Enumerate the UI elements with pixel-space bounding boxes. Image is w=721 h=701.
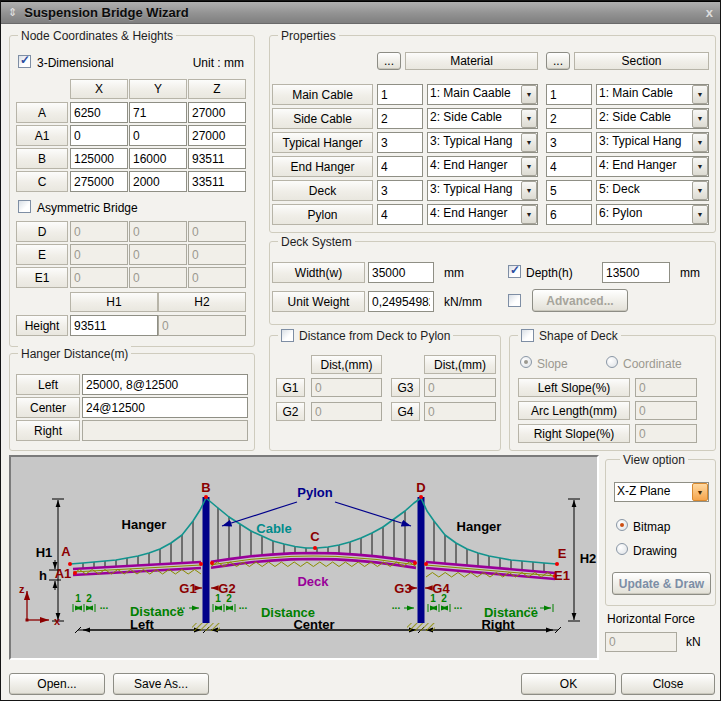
unit-weight-field[interactable] (368, 291, 434, 312)
sec-combo-side-cable[interactable]: 2: Side Cable▼ (596, 108, 709, 129)
mat-no-deck[interactable] (377, 180, 423, 201)
chevron-down-icon[interactable]: ▼ (692, 85, 708, 104)
coord-b-x[interactable] (70, 148, 128, 169)
width-unit: mm (444, 266, 464, 280)
left-slope-label: Left Slope(%) (518, 378, 630, 397)
section-browse-button[interactable]: ... (546, 52, 570, 70)
material-header: Material (405, 52, 538, 70)
g1-label: G1 (276, 378, 305, 397)
mat-no-pylon[interactable] (377, 204, 423, 225)
drawing-label: Drawing (633, 544, 677, 558)
close-button[interactable]: Close (621, 673, 715, 695)
open-button[interactable]: Open... (9, 673, 105, 695)
hanger-center-field[interactable] (82, 397, 248, 418)
properties-title: Properties (278, 28, 339, 43)
update-draw-button[interactable]: Update & Draw (612, 572, 711, 595)
mat-no-main-cable[interactable] (377, 84, 423, 105)
sec-no-side-cable[interactable] (546, 108, 592, 129)
row-label-c: C (16, 171, 68, 192)
sec-no-end-hanger[interactable] (546, 156, 592, 177)
mat-combo-end-hanger[interactable]: 4: End Hanger▼ (427, 156, 538, 177)
height-h1-field[interactable] (70, 315, 158, 336)
seq-1: 1 (430, 593, 436, 604)
coord-c-z[interactable] (188, 171, 246, 192)
row-label-a: A (16, 102, 68, 123)
sec-no-typical-hanger[interactable] (546, 132, 592, 153)
save-as-button[interactable]: Save As... (113, 673, 209, 695)
diagram-label-g3: G3 (394, 581, 411, 596)
chevron-down-icon[interactable]: ▼ (692, 109, 708, 128)
bitmap-radio[interactable] (616, 519, 628, 531)
coord-a1-z[interactable] (188, 125, 246, 146)
mat-combo-pylon[interactable]: 4: End Hanger▼ (427, 204, 538, 225)
mat-no-end-hanger[interactable] (377, 156, 423, 177)
chevron-down-icon[interactable]: ▼ (521, 109, 537, 128)
chevron-down-icon[interactable]: ▼ (521, 85, 537, 104)
sec-combo-end-hanger[interactable]: 4: End Hanger▼ (596, 156, 709, 177)
title-bar[interactable]: ⇕ Suspension Bridge Wizard x (1, 1, 720, 24)
unit-weight-label: Unit Weight (272, 291, 365, 312)
asymmetric-bridge-checkbox[interactable] (18, 200, 31, 213)
coord-c-x[interactable] (70, 171, 128, 192)
seq-2: 2 (226, 593, 232, 604)
diagram-label-h: h (39, 568, 47, 583)
coord-c-y[interactable] (129, 171, 187, 192)
deck-to-pylon-checkbox[interactable] (281, 329, 294, 342)
mat-combo-typical-hanger[interactable]: 3: Typical Hang▼ (427, 132, 538, 153)
width-field[interactable] (368, 262, 434, 283)
coord-b-y[interactable] (129, 148, 187, 169)
depth-checkbox[interactable]: ✓ (508, 265, 521, 278)
mat-no-side-cable[interactable] (377, 108, 423, 129)
material-browse-button[interactable]: ... (377, 52, 401, 70)
coord-a1-y[interactable] (129, 125, 187, 146)
drawing-radio[interactable] (616, 543, 628, 555)
coord-a1-x[interactable] (70, 125, 128, 146)
sec-combo-main-cable[interactable]: 1: Main Cable▼ (596, 84, 709, 105)
close-icon[interactable]: x (706, 6, 713, 19)
horizontal-force-label: Horizontal Force (607, 612, 695, 626)
chevron-down-icon[interactable]: ▼ (521, 133, 537, 152)
chevron-down-icon[interactable]: ▼ (692, 205, 708, 224)
diagram-label-hanger-left: Hanger (122, 517, 167, 532)
hanger-left-field[interactable] (82, 374, 248, 395)
chevron-down-icon[interactable]: ▼ (521, 181, 537, 200)
height-row-label: Height (16, 315, 68, 336)
sec-no-deck[interactable] (546, 180, 592, 201)
axis-label-z: z (19, 583, 25, 595)
hanger-center-label: Center (16, 397, 80, 418)
col-header-h2: H2 (158, 292, 246, 312)
sec-combo-deck[interactable]: 5: Deck▼ (596, 180, 709, 201)
horizontal-force-unit: kN (686, 635, 701, 649)
sec-combo-pylon[interactable]: 6: Pylon▼ (596, 204, 709, 225)
coord-a-y[interactable] (129, 102, 187, 123)
coord-a-x[interactable] (70, 102, 128, 123)
chevron-down-icon[interactable]: ▼ (692, 483, 708, 501)
chevron-down-icon[interactable]: ▼ (692, 157, 708, 176)
coord-e-y (129, 244, 187, 265)
shape-of-deck-checkbox[interactable] (521, 329, 534, 342)
mat-no-typical-hanger[interactable] (377, 132, 423, 153)
deck-to-pylon-title: Distance from Deck to Pylon (278, 328, 453, 343)
sec-no-main-cable[interactable] (546, 84, 592, 105)
coord-e1-x (70, 267, 128, 288)
hanger-left-label: Left (16, 374, 80, 395)
plane-combo[interactable]: X-Z Plane ▼ (614, 482, 709, 502)
axis-icon (27, 591, 49, 620)
coord-a-z[interactable] (188, 102, 246, 123)
sec-combo-typical-hanger[interactable]: 3: Typical Hang▼ (596, 132, 709, 153)
mat-combo-side-cable[interactable]: 2: Side Cable▼ (427, 108, 538, 129)
chevron-down-icon[interactable]: ▼ (521, 157, 537, 176)
sec-no-pylon[interactable] (546, 204, 592, 225)
mat-combo-main-cable[interactable]: 1: Main Caable▼ (427, 84, 538, 105)
chevron-down-icon[interactable]: ▼ (521, 205, 537, 224)
ok-button[interactable]: OK (521, 673, 616, 695)
depth-field[interactable] (602, 262, 670, 283)
chevron-down-icon[interactable]: ▼ (692, 181, 708, 200)
mat-combo-deck[interactable]: 3: Typical Hang▼ (427, 180, 538, 201)
three-dimensional-checkbox[interactable]: ✓ (18, 55, 31, 68)
coord-b-z[interactable] (188, 148, 246, 169)
check-icon: ✓ (510, 263, 520, 277)
prop-label-pylon: Pylon (272, 204, 373, 225)
advanced-checkbox[interactable] (508, 294, 521, 307)
chevron-down-icon[interactable]: ▼ (692, 133, 708, 152)
